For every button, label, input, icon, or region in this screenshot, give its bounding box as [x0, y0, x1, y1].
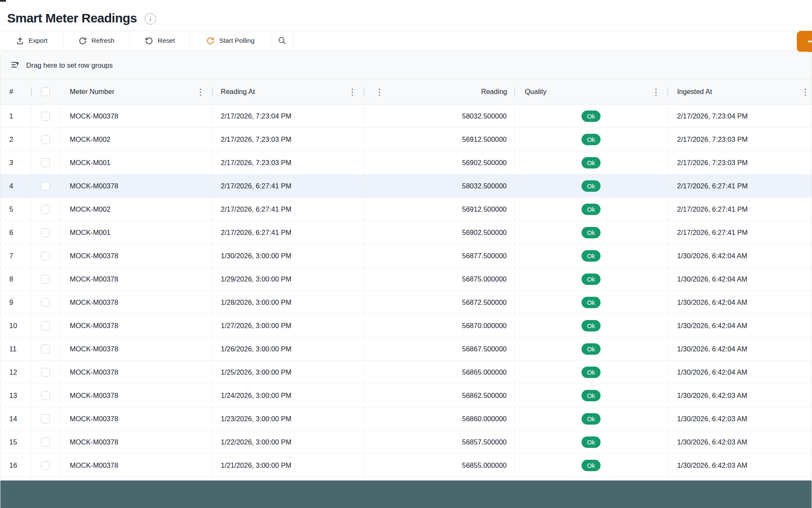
row-select-cell[interactable]	[31, 361, 60, 384]
header-quality[interactable]: Quality ⋮	[515, 79, 668, 104]
row-checkbox[interactable]	[41, 251, 50, 260]
reset-button[interactable]: Reset	[130, 31, 190, 50]
meter-number-cell[interactable]: MOCK-M00378	[60, 407, 212, 430]
row-checkbox[interactable]	[41, 298, 50, 307]
table-row[interactable]: 15 MOCK-M00378 1/22/2026, 3:00:00 PM 568…	[0, 431, 812, 454]
header-reading-at[interactable]: Reading At ⋮	[212, 79, 364, 104]
row-index-cell[interactable]: 8	[0, 268, 31, 290]
quality-cell[interactable]: Ok	[515, 128, 668, 151]
table-row[interactable]: 11 MOCK-M00378 1/26/2026, 3:00:00 PM 568…	[0, 337, 812, 361]
reading-cell[interactable]: 56912.500000	[364, 128, 515, 151]
row-select-cell[interactable]	[31, 151, 60, 174]
quality-cell[interactable]: Ok	[515, 384, 668, 407]
meter-number-menu-icon[interactable]: ⋮	[196, 88, 205, 96]
row-index-cell[interactable]: 6	[0, 221, 31, 244]
quality-cell[interactable]: Ok	[515, 198, 668, 221]
select-all-checkbox[interactable]	[41, 87, 50, 96]
ingested-at-menu-icon[interactable]: ⋮	[801, 88, 809, 96]
table-row[interactable]: 6 MOCK-M001 2/17/2026, 6:27:41 PM 56902.…	[0, 221, 812, 244]
quality-cell[interactable]: Ok	[515, 221, 668, 244]
table-row[interactable]: 16 MOCK-M00378 1/21/2026, 3:00:00 PM 568…	[0, 454, 812, 477]
ingested-at-cell[interactable]: 2/17/2026, 7:23:04 PM	[668, 105, 812, 127]
meter-number-cell[interactable]: MOCK-M00378	[60, 174, 212, 197]
quality-cell[interactable]: Ok	[515, 174, 668, 197]
reading-cell[interactable]: 58032.500000	[364, 174, 515, 197]
start-polling-button[interactable]: Start Polling	[190, 31, 271, 50]
reading-at-cell[interactable]: 1/30/2026, 3:00:00 PM	[212, 244, 364, 267]
table-row[interactable]: 4 MOCK-M00378 2/17/2026, 6:27:41 PM 5803…	[0, 174, 812, 198]
header-reading[interactable]: ⋮ Reading	[364, 79, 515, 104]
row-select-cell[interactable]	[31, 337, 60, 360]
export-button[interactable]: Export	[0, 31, 63, 50]
reading-at-menu-icon[interactable]: ⋮	[348, 88, 357, 96]
row-checkbox[interactable]	[41, 275, 50, 284]
reading-at-cell[interactable]: 2/17/2026, 7:23:03 PM	[212, 128, 364, 151]
meter-number-cell[interactable]: MOCK-M00378	[60, 337, 212, 360]
meter-number-cell[interactable]: MOCK-M00378	[60, 361, 212, 384]
meter-number-cell[interactable]: MOCK-M00378	[60, 314, 212, 337]
meter-number-cell[interactable]: MOCK-M001	[60, 221, 212, 244]
meter-number-cell[interactable]: MOCK-M00378	[60, 268, 212, 290]
table-row[interactable]: 3 MOCK-M001 2/17/2026, 7:23:03 PM 56902.…	[0, 151, 812, 174]
quality-cell[interactable]: Ok	[515, 361, 668, 384]
row-select-cell[interactable]	[31, 314, 60, 337]
row-index-cell[interactable]: 13	[0, 384, 31, 407]
row-index-cell[interactable]: 12	[0, 361, 31, 384]
quality-cell[interactable]: Ok	[515, 268, 668, 290]
reading-cell[interactable]: 56867.500000	[364, 337, 515, 360]
table-row[interactable]: 13 MOCK-M00378 1/24/2026, 3:00:00 PM 568…	[0, 384, 812, 407]
row-index-cell[interactable]: 16	[0, 454, 31, 477]
table-row[interactable]: 9 MOCK-M00378 1/28/2026, 3:00:00 PM 5687…	[0, 291, 812, 314]
reading-cell[interactable]: 56865.000000	[364, 361, 515, 384]
reading-cell[interactable]: 56855.000000	[364, 454, 515, 477]
row-checkbox[interactable]	[41, 321, 50, 330]
reading-at-cell[interactable]: 1/25/2026, 3:00:00 PM	[212, 361, 364, 384]
row-checkbox[interactable]	[41, 438, 50, 447]
reading-at-cell[interactable]: 2/17/2026, 6:27:41 PM	[212, 174, 364, 197]
row-select-cell[interactable]	[31, 291, 60, 314]
ingested-at-cell[interactable]: 1/30/2026, 6:42:04 AM	[668, 314, 812, 337]
row-select-cell[interactable]	[31, 244, 60, 267]
ingested-at-cell[interactable]: 1/30/2026, 6:42:04 AM	[668, 268, 812, 290]
reading-cell[interactable]: 56877.500000	[364, 244, 515, 267]
header-meter-number[interactable]: Meter Number ⋮	[60, 79, 212, 104]
ingested-at-cell[interactable]: 1/30/2026, 6:42:03 AM	[668, 384, 812, 407]
reading-at-cell[interactable]: 1/26/2026, 3:00:00 PM	[212, 337, 364, 360]
reading-at-cell[interactable]: 2/17/2026, 6:27:41 PM	[212, 198, 364, 221]
row-index-cell[interactable]: 15	[0, 431, 31, 453]
reading-cell[interactable]: 56860.000000	[364, 407, 515, 430]
ingested-at-cell[interactable]: 2/17/2026, 7:23:03 PM	[668, 128, 812, 151]
table-row[interactable]: 12 MOCK-M00378 1/25/2026, 3:00:00 PM 568…	[0, 361, 812, 384]
info-icon[interactable]: i	[145, 13, 156, 25]
quality-cell[interactable]: Ok	[515, 151, 668, 174]
row-checkbox[interactable]	[41, 391, 50, 400]
quality-cell[interactable]: Ok	[515, 454, 668, 477]
ingested-at-cell[interactable]: 2/17/2026, 6:27:41 PM	[668, 221, 812, 244]
meter-number-cell[interactable]: MOCK-M002	[60, 128, 212, 151]
row-select-cell[interactable]	[31, 128, 60, 151]
row-checkbox[interactable]	[41, 228, 50, 237]
ingested-at-cell[interactable]: 1/30/2026, 6:42:04 AM	[668, 291, 812, 314]
row-index-cell[interactable]: 3	[0, 151, 31, 174]
floating-action-button[interactable]	[797, 31, 812, 52]
meter-number-cell[interactable]: MOCK-M00378	[60, 105, 212, 127]
row-select-cell[interactable]	[31, 454, 60, 477]
row-checkbox[interactable]	[41, 414, 50, 423]
reading-cell[interactable]: 56875.000000	[364, 268, 515, 290]
ingested-at-cell[interactable]: 1/30/2026, 6:42:03 AM	[668, 431, 812, 453]
row-checkbox[interactable]	[41, 205, 50, 214]
reading-cell[interactable]: 56912.500000	[364, 198, 515, 221]
meter-number-cell[interactable]: MOCK-M00378	[60, 384, 212, 407]
quality-cell[interactable]: Ok	[515, 431, 668, 453]
row-index-cell[interactable]: 7	[0, 244, 31, 267]
row-index-cell[interactable]: 1	[0, 105, 31, 127]
row-checkbox[interactable]	[41, 135, 50, 144]
reading-menu-icon[interactable]: ⋮	[375, 88, 384, 96]
header-index[interactable]: #	[0, 79, 31, 104]
row-checkbox[interactable]	[41, 182, 50, 190]
meter-number-cell[interactable]: MOCK-M001	[60, 151, 212, 174]
table-row[interactable]: 14 MOCK-M00378 1/23/2026, 3:00:00 PM 568…	[0, 407, 812, 431]
reading-at-cell[interactable]: 1/29/2026, 3:00:00 PM	[212, 268, 364, 290]
row-index-cell[interactable]: 14	[0, 407, 31, 430]
refresh-button[interactable]: Refresh	[63, 31, 130, 50]
